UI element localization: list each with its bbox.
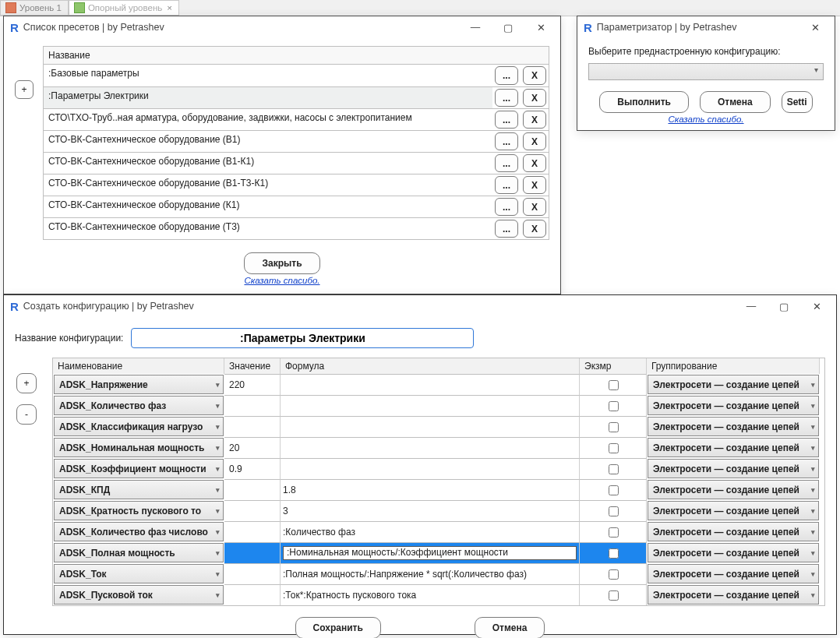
config-titlebar[interactable]: R Создать конфигурацию | by Petrashev — …: [4, 295, 836, 317]
param-formula-cell[interactable]: [281, 395, 580, 416]
param-group-select[interactable]: Электросети — создание цепей: [648, 522, 819, 541]
preset-row[interactable]: СТО-ВК-Сантехническое оборудование (В1).…: [44, 130, 549, 152]
remove-row-button[interactable]: -: [16, 404, 37, 425]
param-formula-cell[interactable]: :Номинальная мощность/:Коэффициент мощно…: [281, 542, 580, 563]
delete-preset-button[interactable]: X: [523, 220, 546, 238]
maximize-button[interactable]: ▢: [768, 297, 800, 315]
col-name[interactable]: Наименование: [53, 358, 224, 374]
col-value[interactable]: Значение: [224, 358, 281, 374]
param-group-select[interactable]: Электросети — создание цепей: [648, 375, 819, 394]
param-formula-cell[interactable]: [281, 374, 580, 395]
close-button[interactable]: ✕: [799, 18, 831, 37]
param-group-select[interactable]: Электросети — создание цепей: [648, 417, 819, 436]
config-name-input[interactable]: [131, 328, 474, 348]
view-tab-level1[interactable]: Уровень 1: [0, 0, 69, 16]
config-row[interactable]: ADSK_Номинальная мощность20Электросети —…: [53, 437, 824, 458]
maximize-button[interactable]: ▢: [492, 18, 524, 37]
param-value-cell[interactable]: [224, 479, 281, 500]
edit-preset-button[interactable]: ...: [495, 220, 518, 238]
config-row[interactable]: ADSK_Полная мощность:Номинальная мощност…: [53, 542, 824, 563]
param-name-select[interactable]: ADSK_Количество фаз числово: [54, 522, 224, 541]
param-value-cell[interactable]: 20: [224, 437, 281, 458]
param-formula-cell[interactable]: 1.8: [281, 479, 580, 500]
cancel-button[interactable]: Отмена: [700, 91, 771, 113]
config-row[interactable]: ADSK_Количество фазЭлектросети — создани…: [53, 395, 824, 416]
config-row[interactable]: ADSK_Напряжение220Электросети — создание…: [53, 374, 824, 395]
config-row[interactable]: ADSK_Кратность пускового то3Электросети …: [53, 500, 824, 521]
save-button[interactable]: Сохранить: [295, 617, 381, 638]
param-titlebar[interactable]: R Параметризатор | by Petrashev ✕: [577, 16, 835, 38]
config-row[interactable]: ADSK_КПД1.8Электросети — создание цепей: [53, 479, 824, 500]
edit-preset-button[interactable]: ...: [495, 132, 518, 150]
delete-preset-button[interactable]: X: [523, 132, 546, 150]
run-button[interactable]: Выполнить: [599, 91, 689, 113]
param-group-select[interactable]: Электросети — создание цепей: [648, 438, 819, 457]
close-button[interactable]: ✕: [800, 297, 833, 315]
param-formula-cell[interactable]: [281, 437, 580, 458]
delete-preset-button[interactable]: X: [523, 198, 546, 216]
thanks-link[interactable]: Сказать спасибо.: [588, 115, 824, 124]
param-value-cell[interactable]: [224, 395, 281, 416]
param-exemplar-checkbox[interactable]: [580, 395, 647, 416]
param-exemplar-checkbox[interactable]: [580, 374, 647, 395]
col-ex[interactable]: Экзмр: [580, 358, 647, 374]
param-value-cell[interactable]: [224, 416, 281, 437]
param-name-select[interactable]: ADSK_Напряжение: [54, 375, 224, 394]
close-presets-button[interactable]: Закрыть: [244, 252, 319, 274]
param-name-select[interactable]: ADSK_Классификация нагрузо: [54, 417, 224, 436]
param-value-cell[interactable]: [224, 584, 281, 605]
preset-row[interactable]: СТО-ВК-Сантехническое оборудование (Т3).…: [44, 217, 549, 239]
param-name-select[interactable]: ADSK_Коэффициент мощности: [54, 459, 224, 478]
param-value-cell[interactable]: 220: [224, 374, 281, 395]
config-row[interactable]: ADSK_Пусковой ток:Ток*:Кратность пусково…: [53, 584, 824, 605]
param-value-cell[interactable]: [224, 542, 281, 563]
param-group-select[interactable]: Электросети — создание цепей: [648, 564, 819, 583]
param-group-select[interactable]: Электросети — создание цепей: [648, 459, 819, 478]
param-value-cell[interactable]: [224, 563, 281, 584]
param-formula-cell[interactable]: [281, 416, 580, 437]
preset-row[interactable]: :Параметры Электрики...X: [44, 86, 549, 108]
add-row-button[interactable]: +: [16, 373, 37, 393]
config-row[interactable]: ADSK_Коэффициент мощности0.9Электросети …: [53, 458, 824, 479]
param-name-select[interactable]: ADSK_КПД: [54, 480, 224, 499]
cancel-button[interactable]: Отмена: [475, 617, 545, 638]
col-group[interactable]: Группирование: [647, 358, 820, 374]
col-formula[interactable]: Формула: [281, 358, 580, 374]
param-exemplar-checkbox[interactable]: [580, 416, 647, 437]
edit-preset-button[interactable]: ...: [495, 176, 518, 194]
config-row[interactable]: ADSK_Ток:Полная мощность/:Напряжение * s…: [53, 563, 824, 584]
view-tab-reference-level[interactable]: Опорный уровень ×: [69, 0, 179, 16]
delete-preset-button[interactable]: X: [523, 89, 546, 107]
edit-preset-button[interactable]: ...: [495, 66, 518, 85]
param-value-cell[interactable]: [224, 500, 281, 521]
config-row[interactable]: ADSK_Классификация нагрузоЭлектросети — …: [53, 416, 824, 437]
param-name-select[interactable]: ADSK_Ток: [54, 564, 224, 583]
presets-titlebar[interactable]: R Список пресетов | by Petrashev — ▢ ✕: [4, 16, 560, 38]
param-group-select[interactable]: Электросети — создание цепей: [648, 543, 819, 562]
config-row[interactable]: ADSK_Количество фаз числово:Количество ф…: [53, 521, 824, 542]
preset-row[interactable]: :Базовые параметры...X: [44, 65, 549, 86]
param-group-select[interactable]: Электросети — создание цепей: [648, 480, 819, 499]
thanks-link[interactable]: Сказать спасибо.: [15, 276, 549, 285]
param-formula-cell[interactable]: 3: [281, 500, 580, 521]
close-tab-icon[interactable]: ×: [167, 3, 172, 12]
param-exemplar-checkbox[interactable]: [580, 437, 647, 458]
delete-preset-button[interactable]: X: [523, 176, 546, 194]
param-exemplar-checkbox[interactable]: [580, 521, 647, 542]
param-name-select[interactable]: ADSK_Пусковой ток: [54, 585, 224, 605]
preset-row[interactable]: СТО\ТХО-Труб..ная арматура, оборудование…: [44, 108, 549, 130]
param-exemplar-checkbox[interactable]: [580, 500, 647, 521]
param-formula-cell[interactable]: :Количество фаз: [281, 521, 580, 542]
param-formula-cell[interactable]: :Полная мощность/:Напряжение * sqrt(:Кол…: [281, 563, 580, 584]
delete-preset-button[interactable]: X: [523, 154, 546, 172]
param-value-cell[interactable]: [224, 521, 281, 542]
config-select[interactable]: [588, 63, 824, 80]
param-exemplar-checkbox[interactable]: [580, 563, 647, 584]
param-group-select[interactable]: Электросети — создание цепей: [648, 585, 819, 605]
param-exemplar-checkbox[interactable]: [580, 542, 647, 563]
param-formula-cell[interactable]: [281, 458, 580, 479]
param-exemplar-checkbox[interactable]: [580, 458, 647, 479]
param-name-select[interactable]: ADSK_Номинальная мощность: [54, 438, 224, 457]
param-formula-cell[interactable]: :Ток*:Кратность пускового тока: [281, 584, 580, 605]
close-button[interactable]: ✕: [524, 18, 557, 37]
